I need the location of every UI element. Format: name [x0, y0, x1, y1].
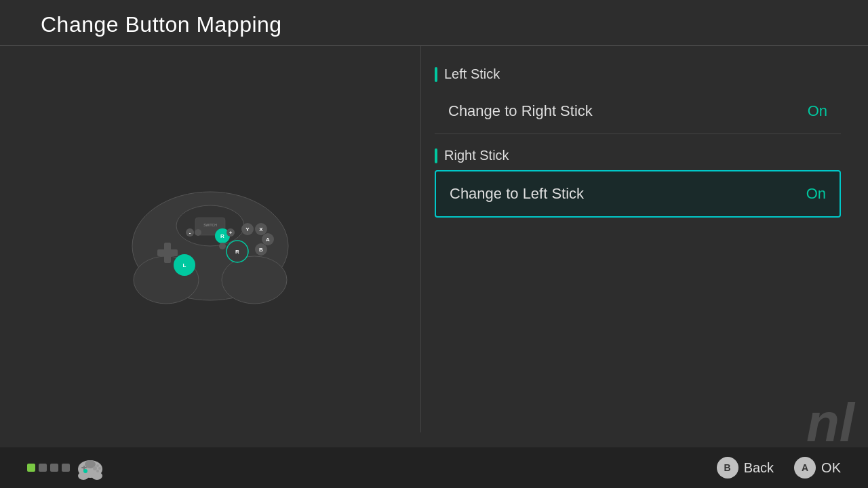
svg-point-35 — [93, 466, 97, 470]
svg-text:R: R — [220, 233, 224, 239]
svg-point-38 — [96, 470, 99, 472]
change-to-right-stick-label: Change to Right Stick — [448, 102, 593, 120]
settings-panel: Left Stick Change to Right Stick On Righ… — [420, 46, 868, 432]
svg-rect-7 — [157, 249, 178, 256]
controller-panel: SWITCH L R R Y X — [0, 46, 420, 432]
svg-point-22 — [195, 229, 201, 236]
change-to-right-stick-row[interactable]: Change to Right Stick On — [435, 89, 841, 134]
dot-3 — [50, 464, 58, 472]
controller-svg: SWITCH L R R Y X — [122, 171, 298, 307]
back-button[interactable]: B Back — [717, 457, 774, 479]
svg-text:SWITCH: SWITCH — [203, 223, 217, 227]
ok-button[interactable]: A OK — [794, 457, 841, 479]
svg-point-36 — [96, 464, 99, 467]
right-stick-header: Right Stick — [435, 148, 841, 163]
change-to-right-stick-value: On — [808, 102, 827, 120]
back-label: Back — [744, 460, 774, 476]
svg-point-2 — [222, 256, 287, 304]
svg-text:+: + — [229, 230, 233, 236]
left-stick-label: Left Stick — [444, 66, 500, 82]
b-circle: B — [717, 457, 738, 479]
change-to-left-stick-label: Change to Left Stick — [450, 185, 584, 203]
left-stick-section: Left Stick Change to Right Stick On — [435, 66, 841, 134]
ok-label: OK — [821, 460, 841, 476]
a-circle: A — [794, 457, 816, 479]
right-stick-section: Right Stick Change to Left Stick On — [435, 148, 841, 218]
svg-point-37 — [98, 467, 101, 470]
main-content: SWITCH L R R Y X — [0, 46, 868, 432]
left-stick-header: Left Stick — [435, 66, 841, 82]
right-stick-label: Right Stick — [444, 148, 509, 163]
bottom-right: B Back A OK — [717, 457, 841, 479]
svg-rect-33 — [81, 467, 87, 468]
svg-point-34 — [83, 469, 87, 473]
svg-text:-: - — [189, 230, 191, 236]
svg-text:R: R — [235, 249, 239, 255]
svg-text:B: B — [259, 247, 263, 253]
svg-text:A: A — [266, 237, 270, 243]
bottom-controller-icon — [77, 454, 104, 481]
bottom-bar: B Back A OK — [0, 447, 868, 488]
controller-illustration: SWITCH L R R Y X — [122, 171, 298, 307]
page-title: Change Button Mapping — [41, 12, 827, 37]
svg-point-29 — [78, 472, 89, 480]
svg-text:X: X — [259, 226, 263, 232]
svg-point-30 — [92, 472, 102, 480]
change-to-left-stick-value: On — [806, 185, 826, 203]
section-bar-right — [435, 148, 437, 163]
section-bar-left — [435, 67, 437, 82]
dots-row — [27, 464, 70, 472]
svg-point-23 — [219, 243, 226, 249]
change-to-left-stick-row[interactable]: Change to Left Stick On — [435, 170, 841, 218]
bottom-left — [27, 454, 104, 481]
svg-text:L: L — [183, 262, 186, 268]
page-header: Change Button Mapping — [0, 0, 868, 46]
svg-text:Y: Y — [245, 226, 250, 232]
dot-4 — [62, 464, 70, 472]
dot-1 — [27, 464, 35, 472]
dot-2 — [39, 464, 47, 472]
